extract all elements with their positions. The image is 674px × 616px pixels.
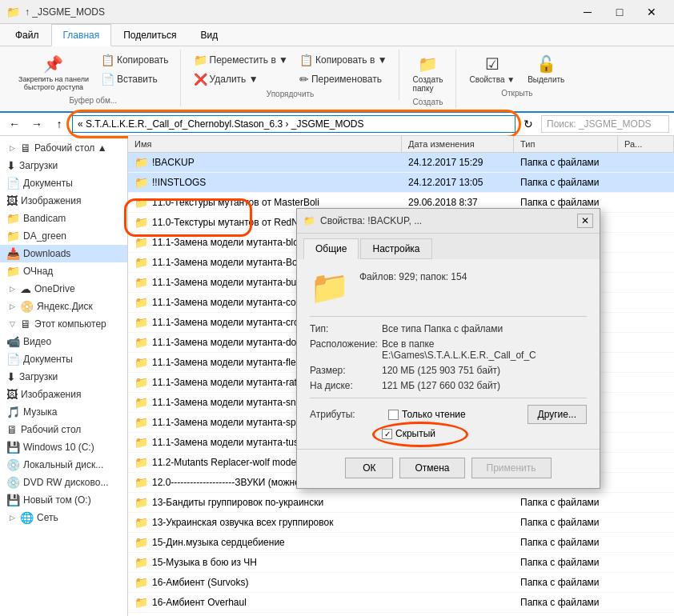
minimize-btn[interactable]: ─: [572, 0, 604, 24]
file-size: [618, 301, 674, 304]
address-path-text: « S.T.A.L.K.E.R._Call_of_Chernobyl.Staso…: [78, 118, 364, 130]
copy-to-btn[interactable]: 📋 Копировать в ▼: [295, 51, 392, 69]
dialog-location-label: Расположение:: [310, 338, 382, 350]
paste-icon: 📄: [101, 73, 114, 86]
hidden-checkbox[interactable]: ✓ Скрытый: [382, 428, 435, 439]
dialog-cancel-btn[interactable]: Отмена: [399, 458, 464, 478]
readonly-checkbox[interactable]: Только чтение: [388, 409, 466, 420]
nav-item-downloads[interactable]: 📥Downloads: [0, 245, 127, 262]
file-date: 24.12.2017 15:29: [402, 155, 514, 170]
nav-item-downloads-quick[interactable]: ⬇Загрузки: [0, 157, 127, 174]
folder-icon: 📁: [134, 316, 148, 329]
move-btn[interactable]: 📁 Переместить в ▼: [189, 51, 293, 69]
nav-item-ochnad[interactable]: 📁ОЧнад: [0, 262, 127, 280]
dialog-size-value: 120 МБ (125 903 751 байт): [382, 365, 587, 376]
dialog-title-bar: 📁 Свойства: !BACKUP, ... ✕: [297, 209, 600, 234]
new-folder-btn[interactable]: 📁 Создатьпапку: [407, 51, 449, 96]
file-row[interactable]: 📁 13-Бандиты группировок по-украински Па…: [128, 493, 674, 513]
copy-icon: 📋: [101, 54, 114, 66]
folder-icon: 📁: [134, 596, 148, 609]
file-size: [618, 261, 674, 264]
nav-item-network[interactable]: ▷🌐Сеть: [0, 509, 127, 526]
file-row[interactable]: 📁 13-Украинская озвучка всех группировок…: [128, 513, 674, 533]
pin-btn[interactable]: 📌 Закрепить на панелибыстрого доступа: [13, 51, 94, 94]
nav-item-windows-c[interactable]: 💾Windows 10 (C:): [0, 438, 127, 456]
nav-item-local-disk[interactable]: 💿Локальный диск...: [0, 456, 127, 474]
file-date: [402, 521, 514, 524]
file-row[interactable]: 📁 16-Амбиент (Survoks) Папка с файлами: [128, 573, 674, 593]
dialog-location-row: Расположение: Все в папке E:\Games\S.T.A…: [310, 338, 587, 361]
dialog-apply-btn[interactable]: Применить: [471, 458, 552, 478]
dialog-ok-btn[interactable]: ОК: [345, 458, 393, 478]
tab-file[interactable]: Файл: [3, 24, 51, 46]
file-name: 11.2-Mutants Replacer-wolf models: [152, 457, 303, 468]
nav-item-documents-quick[interactable]: 📄Документы: [0, 174, 127, 192]
file-row[interactable]: 📁 !BACKUP 24.12.2017 15:29 Папка с файла…: [128, 153, 674, 173]
file-size: [618, 181, 674, 184]
copy-btn[interactable]: 📋 Копировать: [96, 51, 174, 69]
file-name: 11.1-Замена модели мутанта-crow: [152, 317, 306, 328]
nav-item-music[interactable]: 🎵Музыка: [0, 403, 127, 421]
nav-item-documents-pc[interactable]: 📄Документы: [0, 350, 127, 368]
address-bar: ← → ↑ « S.T.A.L.K.E.R._Call_of_Chernobyl…: [0, 113, 674, 136]
header-size[interactable]: Ра...: [618, 136, 674, 152]
nav-item-this-pc[interactable]: ▽🖥Этот компьютер: [0, 315, 127, 333]
up-btn[interactable]: ↑: [50, 115, 69, 133]
window-icon: 📁: [6, 6, 20, 18]
select-btn[interactable]: 🔓 Выделить: [522, 51, 570, 87]
folder-icon: 📁: [134, 436, 148, 449]
nav-item-new-volume[interactable]: 💾Новый том (О:): [0, 491, 127, 509]
tab-view[interactable]: Вид: [188, 24, 230, 46]
nav-item-da-green[interactable]: 📁DA_green: [0, 227, 127, 245]
dialog-tab-general[interactable]: Общие: [303, 238, 359, 259]
nav-item-bandicam[interactable]: 📁Bandicam: [0, 210, 127, 227]
delete-btn[interactable]: ❌ Удалить ▼: [189, 70, 293, 88]
other-attrs-btn[interactable]: Другие...: [528, 405, 587, 424]
folder-icon: 📁: [134, 256, 148, 269]
file-size: [618, 361, 674, 364]
file-size: [618, 401, 674, 404]
nav-item-video[interactable]: 📹Видео: [0, 333, 127, 350]
file-size: [618, 341, 674, 344]
nav-item-images-quick[interactable]: 🖼Изображения: [0, 192, 127, 210]
copy-to-icon: 📋: [299, 54, 313, 66]
delete-icon: ❌: [194, 73, 207, 86]
new-folder-icon: 📁: [418, 54, 438, 74]
tab-home[interactable]: Главная: [51, 24, 112, 46]
properties-dialog: 📁 Свойства: !BACKUP, ... ✕ Общие Настрой…: [296, 208, 600, 489]
nav-item-desktop[interactable]: ▷🖥Рабочий стол ▲: [0, 139, 127, 157]
refresh-btn[interactable]: ↻: [519, 115, 538, 133]
dialog-close-btn[interactable]: ✕: [577, 214, 593, 228]
file-row[interactable]: 📁 16-Амбиент из Метро Папка с файлами: [128, 613, 674, 616]
header-name[interactable]: Имя: [128, 136, 402, 152]
search-box[interactable]: Поиск: _JSGME_MODS: [541, 115, 669, 133]
dialog-tab-settings[interactable]: Настройка: [360, 238, 431, 259]
nav-item-onedrive[interactable]: ▷☁OneDrive: [0, 280, 127, 298]
nav-item-downloads-pc[interactable]: ⬇Загрузки: [0, 368, 127, 386]
properties-btn[interactable]: ☑ Свойства ▼: [464, 51, 521, 87]
maximize-btn[interactable]: □: [604, 0, 636, 24]
file-size: [618, 521, 674, 524]
file-size: [618, 461, 674, 464]
file-type: Папка с файлами: [514, 155, 618, 170]
dialog-size-label: Размер:: [310, 365, 382, 376]
file-row[interactable]: 📁 !!INSTLOGS 24.12.2017 13:05 Папка с фа…: [128, 173, 674, 193]
address-path[interactable]: « S.T.A.L.K.E.R._Call_of_Chernobyl.Staso…: [72, 115, 516, 133]
paste-btn[interactable]: 📄 Вставить: [96, 70, 174, 88]
nav-item-images-pc[interactable]: 🖼Изображения: [0, 386, 127, 403]
file-list-header: Имя Дата изменения Тип Ра...: [128, 136, 674, 153]
header-date[interactable]: Дата изменения: [402, 136, 514, 152]
nav-item-yandex[interactable]: ▷📀Яндекс.Диск: [0, 298, 127, 315]
nav-item-desktop-pc[interactable]: 🖥Рабочий стол: [0, 421, 127, 438]
file-row[interactable]: 📁 15-Музыка в бою из ЧН Папка с файлами: [128, 553, 674, 573]
nav-item-dvd-rw[interactable]: 💿DVD RW дисково...: [0, 474, 127, 491]
tab-share[interactable]: Поделиться: [111, 24, 188, 46]
file-row[interactable]: 📁 16-Амбиент Overhaul Папка с файлами: [128, 593, 674, 613]
forward-btn[interactable]: →: [27, 115, 46, 133]
rename-btn[interactable]: ✏ Переименовать: [295, 70, 392, 88]
folder-icon: 📁: [134, 156, 148, 169]
header-type[interactable]: Тип: [514, 136, 618, 152]
back-btn[interactable]: ←: [5, 115, 24, 133]
file-row[interactable]: 📁 15-Дин.музыка сердцебиение Папка с фай…: [128, 533, 674, 553]
close-btn[interactable]: ✕: [636, 0, 668, 24]
